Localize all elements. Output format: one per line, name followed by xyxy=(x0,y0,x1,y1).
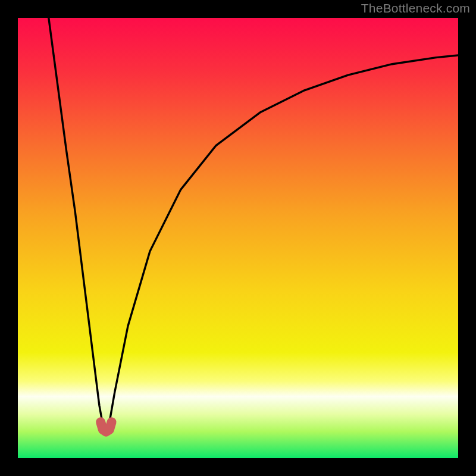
chart-frame: TheBottleneck.com xyxy=(0,0,476,476)
plot-area xyxy=(18,18,458,458)
minimum-marker xyxy=(18,18,458,458)
watermark-text: TheBottleneck.com xyxy=(361,1,470,15)
